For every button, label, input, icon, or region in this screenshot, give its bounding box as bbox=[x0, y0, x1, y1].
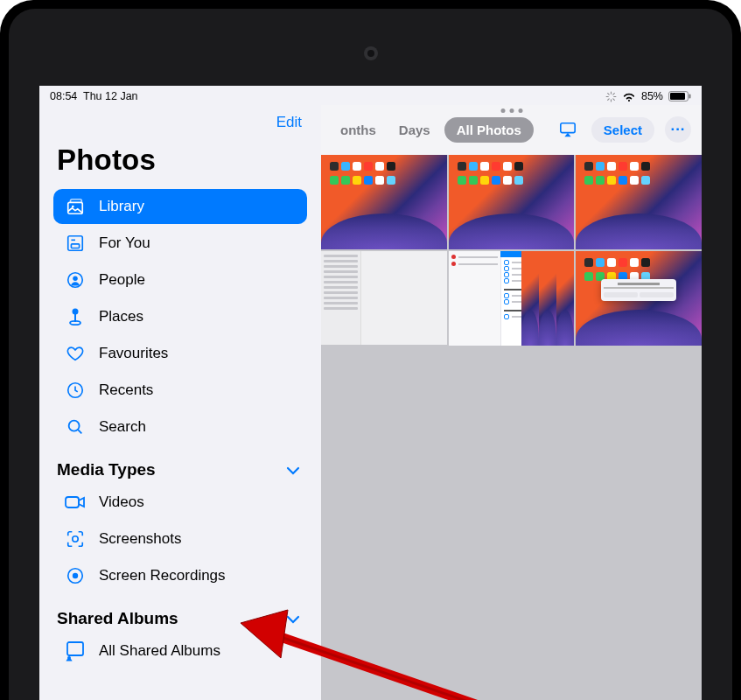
svg-point-22 bbox=[69, 421, 80, 431]
segment-days[interactable]: Days bbox=[390, 117, 439, 143]
search-icon bbox=[64, 416, 87, 438]
sidebar-item-label: Favourites bbox=[99, 345, 168, 362]
svg-point-20 bbox=[70, 321, 80, 325]
video-icon bbox=[64, 491, 87, 514]
photo-thumbnail[interactable] bbox=[576, 155, 702, 249]
sidebar-item-label: Recents bbox=[99, 382, 153, 399]
sidebar: Edit Photos Library For You bbox=[39, 105, 321, 700]
sidebar-item-places[interactable]: Places bbox=[53, 299, 307, 334]
sidebar-item-screenshots[interactable]: Screenshots bbox=[53, 522, 307, 556]
sidebar-item-search[interactable]: Search bbox=[53, 410, 307, 444]
airplay-icon bbox=[558, 121, 577, 138]
svg-rect-9 bbox=[670, 93, 685, 100]
sidebar-item-label: People bbox=[99, 271, 145, 289]
photos-app: Edit Photos Library For You bbox=[39, 105, 702, 700]
sidebar-item-label: Places bbox=[99, 308, 143, 326]
select-button[interactable]: Select bbox=[591, 117, 654, 143]
wifi-icon bbox=[622, 91, 636, 102]
clock-icon bbox=[64, 379, 87, 402]
main-content: onths Days All Photos Select ··· bbox=[321, 105, 702, 700]
chevron-down-icon bbox=[286, 609, 300, 628]
edit-button[interactable]: Edit bbox=[276, 114, 302, 131]
photo-thumbnail[interactable] bbox=[449, 155, 575, 249]
battery-icon bbox=[668, 91, 691, 102]
sidebar-item-label: Library bbox=[99, 198, 144, 215]
svg-rect-15 bbox=[71, 244, 79, 248]
segment-all-photos[interactable]: All Photos bbox=[444, 117, 534, 143]
places-icon bbox=[64, 305, 87, 328]
view-segments: onths Days All Photos bbox=[332, 117, 534, 143]
heart-icon bbox=[64, 342, 87, 365]
svg-rect-24 bbox=[66, 497, 79, 508]
shared-album-icon bbox=[64, 640, 87, 662]
svg-line-6 bbox=[608, 98, 610, 100]
sidebar-title: Photos bbox=[53, 138, 307, 189]
multitask-dots[interactable] bbox=[500, 108, 522, 113]
photo-thumbnail[interactable] bbox=[449, 251, 575, 346]
front-camera bbox=[364, 46, 378, 60]
chevron-down-icon bbox=[286, 460, 300, 480]
svg-point-17 bbox=[73, 276, 78, 281]
device-frame: 08:54 Thu 12 Jan 85% Edit Photos bbox=[0, 0, 741, 700]
loading-icon bbox=[605, 91, 617, 102]
svg-point-27 bbox=[73, 573, 78, 578]
more-icon: ··· bbox=[670, 121, 685, 138]
status-date: Thu 12 Jan bbox=[83, 90, 138, 102]
svg-point-18 bbox=[73, 309, 79, 315]
device-bezel: 08:54 Thu 12 Jan 85% Edit Photos bbox=[9, 9, 732, 700]
sidebar-item-videos[interactable]: Videos bbox=[53, 485, 307, 520]
status-bar: 08:54 Thu 12 Jan 85% bbox=[39, 86, 702, 105]
airplay-button[interactable] bbox=[555, 116, 581, 143]
sidebar-item-screen-recordings[interactable]: Screen Recordings bbox=[53, 558, 307, 593]
sidebar-item-recents[interactable]: Recents bbox=[53, 373, 307, 408]
svg-line-2 bbox=[608, 93, 610, 94]
screen: 08:54 Thu 12 Jan 85% Edit Photos bbox=[39, 86, 702, 700]
section-title: Shared Albums bbox=[57, 609, 178, 628]
screen-record-icon bbox=[64, 564, 87, 587]
sidebar-item-all-shared-albums[interactable]: All Shared Albums bbox=[53, 634, 307, 668]
section-title: Media Types bbox=[57, 460, 156, 480]
photo-grid bbox=[321, 155, 702, 346]
sidebar-item-label: Screenshots bbox=[99, 530, 182, 548]
sidebar-item-people[interactable]: People bbox=[53, 262, 307, 298]
sidebar-item-library[interactable]: Library bbox=[53, 189, 307, 224]
status-left: 08:54 Thu 12 Jan bbox=[50, 90, 138, 102]
status-right: 85% bbox=[605, 90, 691, 102]
sidebar-nav: Library For You People Places bbox=[53, 189, 307, 444]
more-button[interactable]: ··· bbox=[665, 116, 691, 143]
photo-library-icon bbox=[64, 195, 87, 218]
sidebar-item-label: Videos bbox=[99, 494, 144, 511]
status-time: 08:54 bbox=[50, 90, 77, 102]
sidebar-item-label: Screen Recordings bbox=[99, 567, 226, 584]
sidebar-item-label: Search bbox=[99, 418, 146, 436]
sidebar-item-for-you[interactable]: For You bbox=[53, 226, 307, 261]
people-icon bbox=[64, 269, 87, 291]
photo-thumbnail[interactable] bbox=[321, 251, 447, 346]
section-header-media-types[interactable]: Media Types bbox=[53, 444, 307, 485]
sidebar-item-label: All Shared Albums bbox=[99, 642, 220, 660]
photo-thumbnail[interactable] bbox=[576, 251, 702, 346]
svg-rect-30 bbox=[561, 123, 575, 133]
svg-line-23 bbox=[78, 430, 81, 433]
sidebar-item-favourites[interactable]: Favourites bbox=[53, 336, 307, 371]
battery-percent: 85% bbox=[641, 90, 663, 102]
screenshots-icon bbox=[64, 528, 87, 550]
svg-rect-28 bbox=[67, 642, 83, 655]
svg-point-25 bbox=[73, 536, 78, 542]
svg-line-7 bbox=[613, 93, 615, 94]
photo-thumbnail[interactable] bbox=[321, 155, 447, 249]
segment-months[interactable]: onths bbox=[332, 117, 385, 143]
svg-rect-10 bbox=[689, 94, 691, 99]
svg-line-3 bbox=[613, 98, 615, 100]
section-header-shared-albums[interactable]: Shared Albums bbox=[53, 593, 307, 634]
for-you-icon bbox=[64, 232, 87, 255]
sidebar-item-label: For You bbox=[99, 234, 150, 252]
